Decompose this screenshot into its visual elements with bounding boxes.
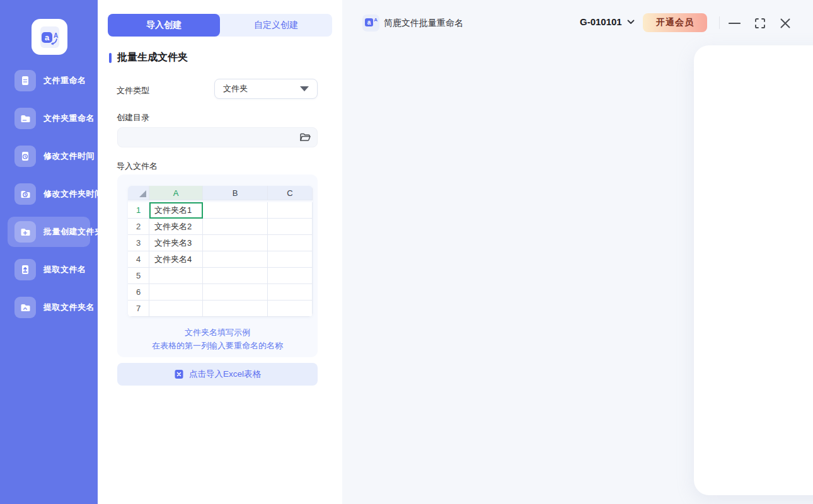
open-vip-label: 开通会员 <box>656 17 694 28</box>
sheet-row-number[interactable]: 4 <box>128 251 149 268</box>
document-rename-icon <box>14 70 36 91</box>
sidebar-item-label: 提取文件夹名 <box>43 302 95 313</box>
excel-file-icon <box>174 369 184 379</box>
sheet-cell-c3[interactable] <box>268 235 313 251</box>
license-code: G-010101 <box>580 16 622 27</box>
sheet-corner-cell[interactable] <box>128 186 149 200</box>
sidebar-item-extract-folder-names[interactable]: 提取文件夹名 <box>8 292 90 323</box>
sheet-cell-b3[interactable] <box>203 235 268 251</box>
import-excel-button[interactable]: 点击导入Excel表格 <box>117 363 318 386</box>
sheet-row-number[interactable]: 2 <box>128 219 149 235</box>
sidebar-item-extract-file-names[interactable]: 提取文件名 <box>8 255 90 285</box>
import-excel-label: 点击导入Excel表格 <box>189 369 261 380</box>
sheet-cell-c6[interactable] <box>268 284 313 301</box>
maximize-icon <box>754 18 766 29</box>
maximize-button[interactable] <box>754 17 766 30</box>
sidebar-item-label: 修改文件时间 <box>43 151 95 162</box>
folder-extract-icon <box>14 297 36 318</box>
file-type-select[interactable]: 文件夹 <box>214 79 318 99</box>
sheet-cell-a5[interactable] <box>149 268 203 284</box>
sheet-cell-c2[interactable] <box>268 219 313 235</box>
minimize-icon <box>729 22 741 25</box>
sheet-cell-b2[interactable] <box>203 219 268 235</box>
sheet-col-header-b[interactable]: B <box>203 186 268 200</box>
section-title-text: 批量生成文件夹 <box>117 51 188 64</box>
open-vip-button[interactable]: 开通会员 <box>643 13 707 32</box>
sheet-row-number[interactable]: 7 <box>128 301 149 317</box>
empty-state: 暂无文件信息~ <box>694 217 813 316</box>
sheet-row-number[interactable]: 5 <box>128 268 149 284</box>
example-link[interactable]: 文件夹名填写示例 <box>117 327 318 338</box>
section-title: 批量生成文件夹 <box>109 51 188 64</box>
window-title: 简鹿文件批量重命名 <box>384 18 463 29</box>
titlebar-app-icon-inner: a A <box>365 17 377 29</box>
file-type-value: 文件夹 <box>223 83 248 94</box>
sheet-cell-a3[interactable]: 文件夹名3 <box>149 235 203 251</box>
file-type-label: 文件类型 <box>117 85 149 96</box>
license-dropdown[interactable]: G-010101 <box>580 16 635 27</box>
create-dir-label: 创建目录 <box>117 112 149 123</box>
sheet-cell-c7[interactable] <box>268 301 313 317</box>
sheet-cell-b4[interactable] <box>203 251 268 268</box>
sheet-card: A B C 1 文件夹名1 2 文件夹名2 3 文件夹名3 4 文件夹名4 5 <box>117 175 318 357</box>
import-names-label: 导入文件名 <box>117 161 158 172</box>
file-list-card: 开始生成 <box>694 45 813 495</box>
main-area: a A 简鹿文件批量重命名 G-010101 开通会员 开始生成 <box>342 0 813 504</box>
select-all-triangle-icon <box>128 186 149 200</box>
svg-text:A: A <box>53 32 57 39</box>
sidebar: a A 文件重命名 文件夹重命名 修改文件时间 <box>0 0 98 504</box>
sheet-cell-c1[interactable] <box>268 202 313 219</box>
chevron-down-icon <box>627 20 635 25</box>
sidebar-item-label: 提取文件名 <box>43 264 86 275</box>
sheet-cell-b1[interactable] <box>203 202 268 219</box>
sidebar-item-label: 修改文件夹时间 <box>43 188 103 200</box>
app-logo: a A <box>32 19 67 55</box>
sidebar-item-file-rename[interactable]: 文件重命名 <box>8 66 90 96</box>
sheet-cell-a1[interactable]: 文件夹名1 <box>149 202 203 219</box>
svg-text:a: a <box>44 33 49 42</box>
sheet-cell-b6[interactable] <box>203 284 268 301</box>
tab-import-create[interactable]: 导入创建 <box>108 14 220 37</box>
sheet-row-number[interactable]: 1 <box>128 202 149 219</box>
sheet-row-number[interactable]: 6 <box>128 284 149 301</box>
sidebar-item-folder-time[interactable]: 修改文件夹时间 <box>8 179 90 209</box>
logo-A-glyph: A <box>374 17 378 23</box>
sheet-cell-a2[interactable]: 文件夹名2 <box>149 219 203 235</box>
sheet-row-number[interactable]: 3 <box>128 235 149 251</box>
file-extract-icon <box>14 259 36 280</box>
caret-down-icon <box>300 86 309 91</box>
sheet-cell-c4[interactable] <box>268 251 313 268</box>
sheet-cell-a7[interactable] <box>149 301 203 317</box>
sheet-cell-a4[interactable]: 文件夹名4 <box>149 251 203 268</box>
folder-plus-icon <box>14 221 36 243</box>
sidebar-item-folder-rename[interactable]: 文件夹重命名 <box>8 103 90 134</box>
minimize-button[interactable] <box>728 17 741 30</box>
sheet-col-header-c[interactable]: C <box>268 186 313 200</box>
sidebar-item-label: 文件重命名 <box>43 75 86 86</box>
sheet-cell-c5[interactable] <box>268 268 313 284</box>
spreadsheet: A B C 1 文件夹名1 2 文件夹名2 3 文件夹名3 4 文件夹名4 5 <box>128 186 313 317</box>
example-hint: 在表格的第一列输入要重命名的名称 <box>117 340 318 352</box>
close-button[interactable] <box>779 17 792 30</box>
sidebar-nav: 文件重命名 文件夹重命名 修改文件时间 修改文件夹时间 批量创建文件夹 <box>0 66 98 330</box>
create-mode-tabs: 导入创建 自定义创建 <box>108 14 332 37</box>
close-icon <box>780 18 791 29</box>
sheet-cell-a6[interactable] <box>149 284 203 301</box>
folder-time-icon <box>14 183 36 205</box>
sidebar-item-label: 文件夹重命名 <box>43 113 95 124</box>
section-accent-bar <box>109 53 112 63</box>
sidebar-item-batch-create-folders[interactable]: 批量创建文件夹 <box>8 217 90 247</box>
sidebar-item-label: 批量创建文件夹 <box>43 226 103 238</box>
sidebar-item-file-time[interactable]: 修改文件时间 <box>8 141 90 171</box>
settings-panel: 导入创建 自定义创建 批量生成文件夹 文件类型 文件夹 创建目录 导入文件名 A… <box>98 0 342 504</box>
sheet-cell-b7[interactable] <box>203 301 268 317</box>
file-time-icon <box>14 146 36 167</box>
tab-custom-create[interactable]: 自定义创建 <box>220 14 332 37</box>
sheet-cell-b5[interactable] <box>203 268 268 284</box>
folder-browse-icon[interactable] <box>299 132 311 142</box>
titlebar-app-icon: a A <box>362 14 379 32</box>
sheet-col-header-a[interactable]: A <box>149 186 203 200</box>
app-logo-icon: a A <box>37 25 62 50</box>
create-dir-input[interactable] <box>117 127 318 147</box>
folder-rename-icon <box>14 108 36 129</box>
